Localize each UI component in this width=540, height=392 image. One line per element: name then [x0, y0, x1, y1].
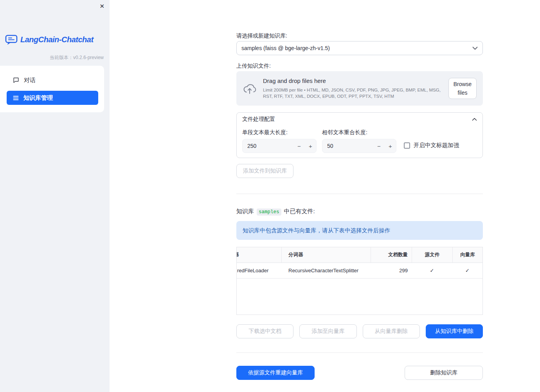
chunk-size-increment-button[interactable]: + — [305, 139, 316, 153]
overlap-size-decrement-button[interactable]: − — [373, 139, 385, 153]
kb-select-value: samples (faiss @ bge-large-zh-v1.5) — [241, 45, 330, 51]
sidebar-nav: 对话 知识库管理 — [0, 66, 104, 112]
overlap-size-label: 相邻文本重合长度: — [322, 126, 396, 136]
cell-doc-count: 299 — [371, 263, 412, 278]
add-files-to-kb-button[interactable]: 添加文件到知识库 — [236, 164, 293, 178]
chevron-up-icon — [472, 118, 477, 121]
nav-item-dialogue[interactable]: 对话 — [7, 73, 98, 87]
sidebar: ✕ LangChain-Chatchat 当前版本：v0.2.6-preview… — [0, 0, 110, 392]
chunk-size-value: 250 — [243, 143, 293, 149]
kb-files-heading: 知识库 samples 中已有文件: — [236, 208, 483, 216]
kb-select[interactable]: samples (faiss @ bge-large-zh-v1.5) — [236, 41, 483, 55]
delete-from-kb-button[interactable]: 从知识库中删除 — [426, 324, 483, 338]
chinese-title-checkbox[interactable]: 开启中文标题加强 — [404, 142, 477, 149]
main-content: 请选择或新建知识库: samples (faiss @ bge-large-zh… — [236, 32, 483, 380]
version-value: v0.2.6-preview — [73, 55, 104, 60]
table-header-source[interactable]: 源文件 — [412, 247, 452, 263]
cell-vector-checkmark: ✓ — [452, 263, 482, 278]
kb-select-label: 请选择或新建知识库: — [236, 32, 483, 39]
overlap-size-stepper[interactable]: 50 − + — [322, 139, 396, 153]
table-header-doc-count[interactable]: 文档数量 — [371, 247, 412, 263]
logo-chat-icon — [5, 34, 18, 45]
upload-label: 上传知识文件: — [236, 63, 483, 69]
table-row[interactable]: redFileLoader RecursiveCharacterTextSpli… — [237, 263, 482, 279]
dropzone-instruction: Drag and drop files here — [263, 77, 442, 84]
spacer — [320, 366, 399, 380]
file-dropzone[interactable]: Drag and drop files here Limit 200MB per… — [236, 71, 483, 106]
nav-item-label: 知识库管理 — [23, 94, 53, 102]
sidebar-close-button[interactable]: ✕ — [99, 3, 104, 9]
table-action-buttons: 下载选中文档 添加至向量库 从向量库删除 从知识库中删除 — [236, 324, 483, 338]
version-label: 当前版本：v0.2.6-preview — [50, 54, 104, 61]
delete-kb-button[interactable]: 删除知识库 — [405, 366, 483, 380]
close-icon: ✕ — [99, 3, 104, 9]
overlap-size-value: 50 — [322, 143, 373, 149]
chunk-size-decrement-button[interactable]: − — [293, 139, 305, 153]
cell-source-checkmark: ✓ — [412, 263, 452, 278]
app-logo: LangChain-Chatchat — [5, 34, 94, 45]
kb-files-table[interactable]: 器 分词器 文档数量 源文件 向量库 redFileLoader Recursi… — [236, 247, 483, 315]
download-selected-button[interactable]: 下载选中文档 — [236, 324, 293, 338]
cell-splitter: RecursiveCharacterTextSplitter — [281, 263, 371, 278]
nav-item-kb-management[interactable]: 知识库管理 — [7, 91, 98, 105]
rebuild-vector-store-button[interactable]: 依据源文件重建向量库 — [236, 366, 315, 380]
delete-from-vector-store-button[interactable]: 从向量库删除 — [363, 324, 420, 338]
chevron-down-icon — [472, 47, 478, 50]
info-text: 知识库中包含源文件与向量库，请从下表中选择文件后操作 — [243, 227, 390, 234]
nav-item-label: 对话 — [24, 77, 36, 84]
expander-header[interactable]: 文件处理配置 — [237, 113, 482, 126]
dropzone-limits: Limit 200MB per file • HTML, MD, JSON, C… — [263, 87, 442, 99]
table-header-row: 器 分词器 文档数量 源文件 向量库 — [237, 247, 482, 263]
add-to-vector-store-button[interactable]: 添加至向量库 — [299, 324, 356, 338]
table-header-splitter[interactable]: 分词器 — [281, 247, 371, 263]
chunk-size-label: 单段文本最大长度: — [242, 126, 317, 136]
app-title: LangChain-Chatchat — [20, 35, 94, 44]
divider — [236, 194, 483, 194]
checkbox-label: 开启中文标题加强 — [414, 142, 459, 149]
file-config-expander: 文件处理配置 单段文本最大长度: 250 − + 相邻文本重合长度: 50 − … — [236, 112, 483, 158]
kb-bottom-buttons: 依据源文件重建向量库 删除知识库 — [236, 366, 483, 380]
chunk-size-stepper[interactable]: 250 − + — [242, 139, 317, 153]
overlap-size-increment-button[interactable]: + — [385, 139, 396, 153]
table-header-vector[interactable]: 向量库 — [452, 247, 482, 263]
browse-files-button[interactable]: Browse files — [448, 78, 477, 99]
expander-title: 文件处理配置 — [242, 116, 275, 123]
chat-bubble-icon — [13, 77, 19, 83]
cell-loader: redFileLoader — [237, 263, 281, 278]
kb-name-code: samples — [257, 209, 281, 216]
divider — [236, 352, 483, 353]
list-icon — [13, 95, 19, 101]
checkbox-icon — [404, 142, 410, 149]
upload-cloud-icon — [243, 83, 257, 94]
table-header-loader[interactable]: 器 — [237, 247, 281, 263]
info-banner: 知识库中包含源文件与向量库，请从下表中选择文件后操作 — [236, 221, 483, 240]
